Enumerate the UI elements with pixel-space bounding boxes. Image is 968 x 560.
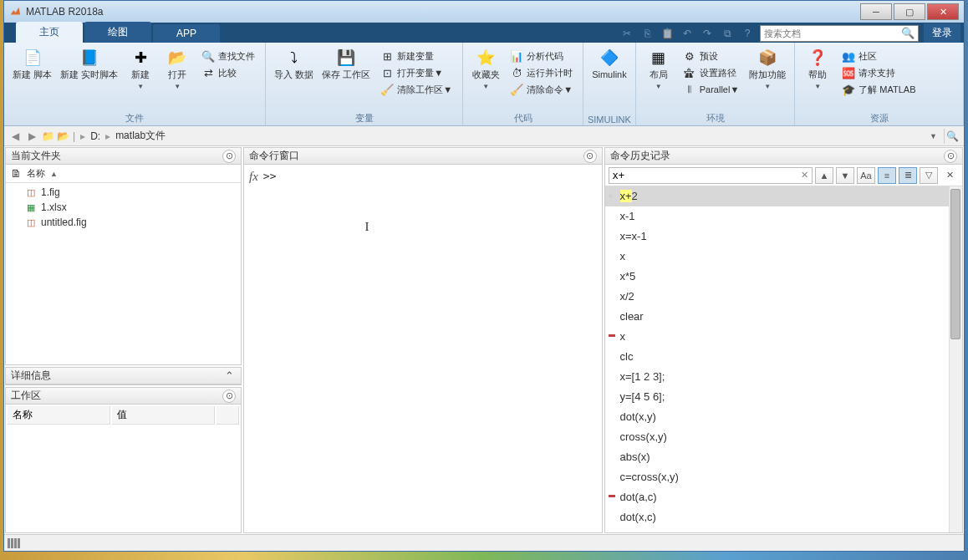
file-item[interactable]: ◫untitled.fig: [6, 215, 241, 230]
panel-actions-button[interactable]: ⊙: [944, 150, 957, 163]
tab-plots[interactable]: 绘图: [84, 22, 151, 43]
run-and-time-button[interactable]: ⏱运行并计时: [507, 64, 576, 81]
history-item[interactable]: dot(x,c): [605, 507, 963, 527]
ws-col-value[interactable]: 值: [112, 406, 215, 425]
cut-icon[interactable]: ✂: [619, 26, 634, 41]
history-item[interactable]: c=cross(x,y): [605, 467, 963, 487]
clear-workspace-button[interactable]: 🧹清除工作区 ▼: [377, 81, 456, 98]
filter-button[interactable]: ▽: [920, 167, 938, 184]
search-doc-box[interactable]: 🔍: [760, 25, 919, 42]
favorites-button[interactable]: ⭐收藏夹▼: [468, 46, 503, 94]
switch-windows-icon[interactable]: ⧉: [720, 26, 735, 41]
history-item[interactable]: cross(x,y): [605, 427, 963, 447]
history-item[interactable]: clear: [605, 307, 963, 327]
find-files-button[interactable]: 🔍查找文件: [198, 48, 258, 64]
copy-icon[interactable]: ⎘: [639, 26, 655, 41]
parallel-button[interactable]: ⦀Parallel ▼: [680, 81, 743, 98]
new-live-script-button[interactable]: 📘新建 实时脚本: [57, 46, 121, 82]
panel-actions-button[interactable]: ⊙: [222, 150, 236, 163]
help-button[interactable]: ❓帮助▼: [800, 46, 835, 94]
history-scrollbar[interactable]: [949, 186, 962, 532]
compare-button[interactable]: ⇄比较: [198, 64, 258, 81]
undo-icon[interactable]: ↶: [680, 26, 695, 41]
history-item[interactable]: x=[1 2 3];: [605, 527, 963, 532]
match-case-button[interactable]: Aa: [857, 167, 875, 184]
group-label-code: 代码: [463, 112, 583, 125]
tab-apps[interactable]: APP: [153, 24, 220, 43]
history-item[interactable]: dot(x,y): [605, 407, 963, 427]
simulink-button[interactable]: 🔷Simulink: [588, 46, 630, 82]
history-search-input[interactable]: [613, 170, 802, 181]
scrollbar-thumb[interactable]: [950, 189, 960, 339]
paste-icon[interactable]: 📋: [660, 26, 675, 41]
minimize-button[interactable]: ─: [860, 3, 892, 20]
login-button[interactable]: 登录: [924, 23, 960, 43]
history-item[interactable]: dot(a,c): [605, 487, 963, 507]
import-data-button[interactable]: ⤵导入 数据: [271, 46, 317, 82]
close-search-button[interactable]: ✕: [940, 167, 959, 184]
path-folder[interactable]: matlab文件: [114, 129, 167, 143]
window-title: MATLAB R2018a: [26, 6, 858, 18]
history-item[interactable]: x-1: [605, 206, 963, 227]
search-icon[interactable]: 🔍: [901, 27, 915, 39]
history-item[interactable]: x*5: [605, 267, 963, 287]
nav-forward-button[interactable]: ▶: [24, 129, 39, 144]
open-variable-button[interactable]: ⊡打开变量 ▼: [377, 64, 456, 81]
help-icon[interactable]: ?: [740, 26, 755, 41]
ws-col-name[interactable]: 名称: [8, 406, 110, 425]
addons-button[interactable]: 📦附加功能▼: [746, 46, 789, 94]
command-window-body[interactable]: fx >> I: [244, 165, 602, 532]
history-item[interactable]: x: [605, 247, 963, 267]
clear-commands-button[interactable]: 🧹清除命令 ▼: [507, 81, 576, 98]
history-item[interactable]: x=x-1: [605, 227, 963, 247]
tab-home[interactable]: 主页: [16, 22, 83, 43]
history-prev-button[interactable]: ▲: [815, 167, 833, 184]
redo-icon[interactable]: ↷: [700, 26, 715, 41]
search-doc-input[interactable]: [764, 28, 901, 38]
new-script-button[interactable]: 📄新建 脚本: [9, 46, 55, 82]
path-drive[interactable]: D:: [89, 130, 102, 142]
layout-button[interactable]: ▦布局▼: [641, 46, 676, 94]
clear-search-button[interactable]: ✕: [801, 170, 808, 181]
fx-icon[interactable]: fx: [249, 170, 258, 527]
clear-ws-icon: 🧹: [380, 83, 394, 96]
align-left-button[interactable]: ≡: [878, 167, 896, 184]
command-history-title: 命令历史记录: [610, 149, 945, 163]
current-folder-panel: 当前文件夹 ⊙ 🗎 名称 ▲ ◫1.fig▦1.xlsx◫untitled.fi…: [5, 147, 242, 365]
community-button[interactable]: 👥社区: [838, 48, 919, 64]
save-workspace-button[interactable]: 💾保存 工作区: [318, 46, 374, 82]
panel-actions-button[interactable]: ⊙: [583, 150, 597, 163]
analyze-code-button[interactable]: 📊分析代码: [507, 48, 576, 64]
history-item[interactable]: y=[4 5 6];: [605, 387, 963, 407]
new-variable-button[interactable]: ⊞新建变量: [377, 48, 456, 64]
path-dropdown-button[interactable]: ▼: [928, 132, 942, 140]
history-search-box[interactable]: ✕: [609, 167, 813, 184]
maximize-button[interactable]: ▢: [894, 3, 925, 20]
toolstrip-tabs: 主页 绘图 APP ✂ ⎘ 📋 ↶ ↷ ⧉ ? 🔍 登录: [4, 23, 964, 43]
request-support-button[interactable]: 🆘请求支持: [838, 64, 919, 81]
browse-folder-button[interactable]: 📁: [41, 130, 54, 143]
align-match-button[interactable]: ≣: [899, 167, 917, 184]
history-item[interactable]: clc: [605, 347, 963, 367]
learn-matlab-button[interactable]: 🎓了解 MATLAB: [838, 81, 919, 98]
details-collapse-button[interactable]: ⌃: [222, 369, 236, 383]
history-item[interactable]: x+2: [605, 186, 963, 206]
history-item[interactable]: x/2: [605, 287, 963, 307]
new-button[interactable]: ✚新建▼: [123, 46, 158, 94]
history-item[interactable]: x: [605, 327, 963, 347]
panel-actions-button[interactable]: ⊙: [222, 389, 236, 403]
preferences-button[interactable]: ⚙预设: [680, 48, 743, 64]
new-icon: ✚: [130, 48, 150, 68]
column-name[interactable]: 名称: [27, 167, 45, 180]
up-folder-button[interactable]: 📂: [56, 130, 69, 143]
history-item[interactable]: abs(x): [605, 447, 963, 467]
file-item[interactable]: ▦1.xlsx: [6, 200, 241, 215]
nav-back-button[interactable]: ◀: [8, 129, 23, 144]
history-item[interactable]: x=[1 2 3];: [605, 367, 963, 387]
open-button[interactable]: 📂打开▼: [160, 46, 195, 94]
set-path-button[interactable]: 🛣设置路径: [680, 64, 743, 81]
path-search-button[interactable]: 🔍: [944, 129, 960, 144]
file-item[interactable]: ◫1.fig: [6, 185, 241, 200]
history-next-button[interactable]: ▼: [836, 167, 854, 184]
close-button[interactable]: ✕: [927, 3, 959, 20]
